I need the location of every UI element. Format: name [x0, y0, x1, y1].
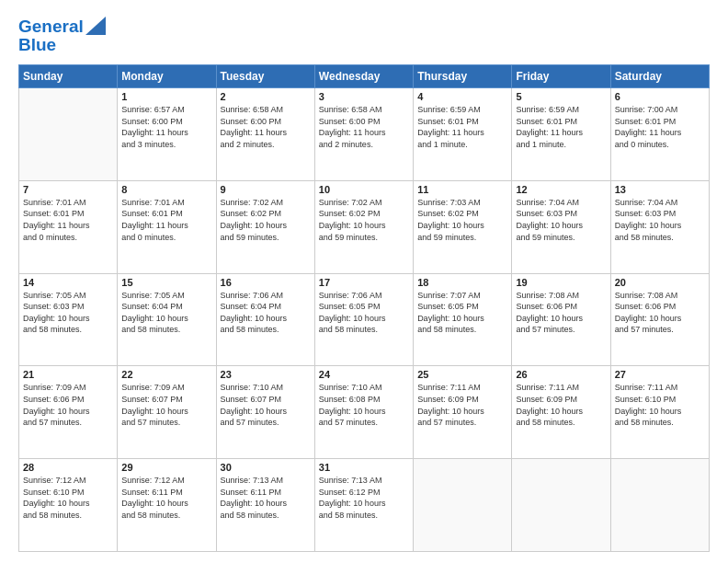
- day-info: Sunrise: 6:59 AMSunset: 6:01 PMDaylight:…: [516, 104, 606, 150]
- day-info: Sunrise: 7:09 AMSunset: 6:06 PMDaylight:…: [23, 382, 113, 428]
- day-info: Sunrise: 7:02 AMSunset: 6:02 PMDaylight:…: [221, 197, 311, 243]
- day-info: Sunrise: 7:12 AMSunset: 6:11 PMDaylight:…: [121, 475, 211, 521]
- day-info: Sunrise: 7:02 AMSunset: 6:02 PMDaylight:…: [319, 197, 409, 243]
- day-number: 9: [221, 184, 311, 195]
- day-info: Sunrise: 6:58 AMSunset: 6:00 PMDaylight:…: [319, 104, 409, 150]
- weekday-header-monday: Monday: [118, 65, 216, 88]
- calendar-cell: 14Sunrise: 7:05 AMSunset: 6:03 PMDayligh…: [19, 273, 118, 366]
- day-number: 1: [121, 91, 211, 102]
- day-info: Sunrise: 7:08 AMSunset: 6:06 PMDaylight:…: [516, 290, 606, 336]
- day-number: 4: [417, 91, 507, 102]
- calendar-cell: 11Sunrise: 7:03 AMSunset: 6:02 PMDayligh…: [414, 180, 512, 273]
- day-number: 29: [121, 462, 211, 473]
- calendar-cell: [19, 88, 118, 181]
- calendar-week-row: 28Sunrise: 7:12 AMSunset: 6:10 PMDayligh…: [19, 459, 710, 552]
- day-number: 12: [516, 184, 606, 195]
- calendar-cell: 23Sunrise: 7:10 AMSunset: 6:07 PMDayligh…: [216, 366, 314, 459]
- calendar-cell: 31Sunrise: 7:13 AMSunset: 6:12 PMDayligh…: [314, 459, 413, 552]
- day-info: Sunrise: 7:09 AMSunset: 6:07 PMDaylight:…: [121, 382, 211, 428]
- day-info: Sunrise: 7:10 AMSunset: 6:07 PMDaylight:…: [221, 382, 311, 428]
- calendar-cell: 1Sunrise: 6:57 AMSunset: 6:00 PMDaylight…: [118, 88, 216, 181]
- calendar-cell: 26Sunrise: 7:11 AMSunset: 6:09 PMDayligh…: [512, 366, 610, 459]
- day-number: 14: [23, 277, 113, 288]
- day-number: 3: [319, 91, 409, 102]
- day-number: 11: [417, 184, 507, 195]
- calendar-cell: 17Sunrise: 7:06 AMSunset: 6:05 PMDayligh…: [314, 273, 413, 366]
- calendar-cell: 21Sunrise: 7:09 AMSunset: 6:06 PMDayligh…: [19, 366, 118, 459]
- calendar-cell: 5Sunrise: 6:59 AMSunset: 6:01 PMDaylight…: [512, 88, 610, 181]
- day-number: 26: [516, 369, 606, 380]
- calendar-cell: 6Sunrise: 7:00 AMSunset: 6:01 PMDaylight…: [610, 88, 709, 181]
- day-number: 18: [417, 277, 507, 288]
- day-number: 31: [319, 462, 409, 473]
- weekday-header-tuesday: Tuesday: [216, 65, 314, 88]
- day-info: Sunrise: 7:06 AMSunset: 6:05 PMDaylight:…: [319, 290, 409, 336]
- weekday-header-saturday: Saturday: [610, 65, 709, 88]
- calendar-cell: 24Sunrise: 7:10 AMSunset: 6:08 PMDayligh…: [314, 366, 413, 459]
- calendar-week-row: 7Sunrise: 7:01 AMSunset: 6:01 PMDaylight…: [19, 180, 710, 273]
- calendar-cell: 8Sunrise: 7:01 AMSunset: 6:01 PMDaylight…: [118, 180, 216, 273]
- logo-general: General: [18, 17, 84, 37]
- day-info: Sunrise: 7:01 AMSunset: 6:01 PMDaylight:…: [23, 197, 113, 243]
- day-info: Sunrise: 7:00 AMSunset: 6:01 PMDaylight:…: [615, 104, 705, 150]
- day-info: Sunrise: 7:10 AMSunset: 6:08 PMDaylight:…: [319, 382, 409, 428]
- day-info: Sunrise: 7:08 AMSunset: 6:06 PMDaylight:…: [615, 290, 705, 336]
- day-number: 25: [417, 369, 507, 380]
- day-info: Sunrise: 7:11 AMSunset: 6:09 PMDaylight:…: [516, 382, 606, 428]
- day-info: Sunrise: 7:03 AMSunset: 6:02 PMDaylight:…: [417, 197, 507, 243]
- day-number: 22: [121, 369, 211, 380]
- day-number: 28: [23, 462, 113, 473]
- day-info: Sunrise: 7:11 AMSunset: 6:09 PMDaylight:…: [417, 382, 507, 428]
- day-number: 2: [221, 91, 311, 102]
- day-number: 16: [221, 277, 311, 288]
- day-info: Sunrise: 7:04 AMSunset: 6:03 PMDaylight:…: [516, 197, 606, 243]
- calendar-cell: 2Sunrise: 6:58 AMSunset: 6:00 PMDaylight…: [216, 88, 314, 181]
- day-info: Sunrise: 7:13 AMSunset: 6:11 PMDaylight:…: [221, 475, 311, 521]
- calendar-cell: 20Sunrise: 7:08 AMSunset: 6:06 PMDayligh…: [610, 273, 709, 366]
- calendar-week-row: 21Sunrise: 7:09 AMSunset: 6:06 PMDayligh…: [19, 366, 710, 459]
- logo-triangle-icon: [85, 17, 106, 35]
- day-number: 17: [319, 277, 409, 288]
- calendar-table: SundayMondayTuesdayWednesdayThursdayFrid…: [18, 64, 710, 552]
- calendar-week-row: 1Sunrise: 6:57 AMSunset: 6:00 PMDaylight…: [19, 88, 710, 181]
- day-number: 15: [121, 277, 211, 288]
- day-number: 24: [319, 369, 409, 380]
- calendar-cell: 12Sunrise: 7:04 AMSunset: 6:03 PMDayligh…: [512, 180, 610, 273]
- calendar-cell: [414, 459, 512, 552]
- day-number: 23: [221, 369, 311, 380]
- calendar-cell: 16Sunrise: 7:06 AMSunset: 6:04 PMDayligh…: [216, 273, 314, 366]
- calendar-cell: 29Sunrise: 7:12 AMSunset: 6:11 PMDayligh…: [118, 459, 216, 552]
- day-info: Sunrise: 7:07 AMSunset: 6:05 PMDaylight:…: [417, 290, 507, 336]
- calendar-cell: 15Sunrise: 7:05 AMSunset: 6:04 PMDayligh…: [118, 273, 216, 366]
- header: General Blue: [18, 17, 710, 55]
- page: General Blue SundayMondayTuesdayWednesda…: [0, 0, 728, 563]
- day-info: Sunrise: 6:58 AMSunset: 6:00 PMDaylight:…: [221, 104, 311, 150]
- calendar-cell: 7Sunrise: 7:01 AMSunset: 6:01 PMDaylight…: [19, 180, 118, 273]
- weekday-header-thursday: Thursday: [414, 65, 512, 88]
- day-info: Sunrise: 7:12 AMSunset: 6:10 PMDaylight:…: [23, 475, 113, 521]
- calendar-cell: 25Sunrise: 7:11 AMSunset: 6:09 PMDayligh…: [414, 366, 512, 459]
- day-number: 27: [615, 369, 705, 380]
- day-number: 21: [23, 369, 113, 380]
- weekday-header-wednesday: Wednesday: [314, 65, 413, 88]
- day-number: 13: [615, 184, 705, 195]
- day-info: Sunrise: 7:04 AMSunset: 6:03 PMDaylight:…: [615, 197, 705, 243]
- weekday-header-sunday: Sunday: [19, 65, 118, 88]
- calendar-cell: 9Sunrise: 7:02 AMSunset: 6:02 PMDaylight…: [216, 180, 314, 273]
- calendar-cell: 22Sunrise: 7:09 AMSunset: 6:07 PMDayligh…: [118, 366, 216, 459]
- calendar-cell: 19Sunrise: 7:08 AMSunset: 6:06 PMDayligh…: [512, 273, 610, 366]
- calendar-cell: 4Sunrise: 6:59 AMSunset: 6:01 PMDaylight…: [414, 88, 512, 181]
- calendar-cell: 3Sunrise: 6:58 AMSunset: 6:00 PMDaylight…: [314, 88, 413, 181]
- day-info: Sunrise: 7:13 AMSunset: 6:12 PMDaylight:…: [319, 475, 409, 521]
- day-number: 19: [516, 277, 606, 288]
- day-number: 8: [121, 184, 211, 195]
- calendar-week-row: 14Sunrise: 7:05 AMSunset: 6:03 PMDayligh…: [19, 273, 710, 366]
- day-number: 6: [615, 91, 705, 102]
- day-info: Sunrise: 7:01 AMSunset: 6:01 PMDaylight:…: [121, 197, 211, 243]
- calendar-cell: [610, 459, 709, 552]
- calendar-cell: 13Sunrise: 7:04 AMSunset: 6:03 PMDayligh…: [610, 180, 709, 273]
- logo-blue: Blue: [18, 35, 56, 55]
- calendar-cell: 27Sunrise: 7:11 AMSunset: 6:10 PMDayligh…: [610, 366, 709, 459]
- weekday-header-friday: Friday: [512, 65, 610, 88]
- day-info: Sunrise: 6:59 AMSunset: 6:01 PMDaylight:…: [417, 104, 507, 150]
